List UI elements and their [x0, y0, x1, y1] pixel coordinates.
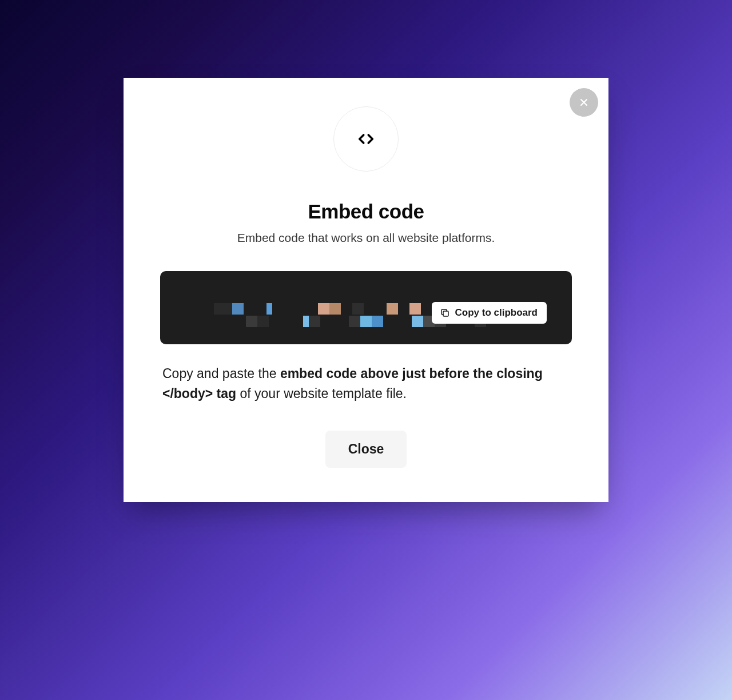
code-icon: [356, 129, 376, 149]
copy-to-clipboard-button[interactable]: Copy to clipboard: [432, 302, 547, 324]
instruction-prefix: Copy and paste the: [162, 366, 280, 381]
modal-title: Embed code: [160, 200, 572, 223]
embed-code-modal: Embed code Embed code that works on all …: [124, 78, 608, 502]
modal-subtitle: Embed code that works on all website pla…: [160, 231, 572, 245]
copy-icon: [440, 308, 450, 318]
copy-button-label: Copy to clipboard: [455, 307, 538, 319]
close-icon: [578, 97, 590, 108]
code-icon-circle: [333, 106, 399, 172]
close-button[interactable]: Close: [325, 431, 407, 468]
code-block: Copy to clipboard: [160, 271, 572, 344]
instruction-suffix: of your website template file.: [236, 386, 407, 401]
svg-rect-2: [443, 311, 448, 316]
close-icon-button[interactable]: [570, 88, 598, 117]
instruction-text: Copy and paste the embed code above just…: [160, 364, 572, 403]
